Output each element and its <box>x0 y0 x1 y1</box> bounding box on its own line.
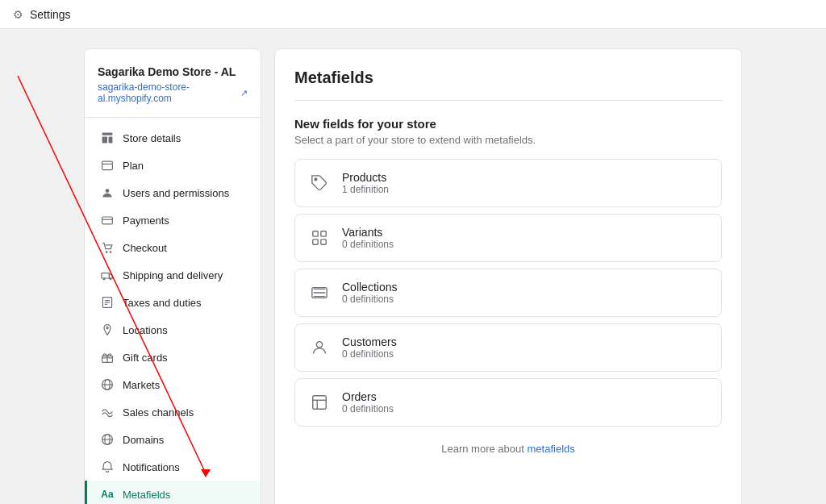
sidebar-item-label: Shipping and delivery <box>123 269 223 281</box>
svg-point-16 <box>106 327 108 328</box>
notifications-icon <box>100 460 115 474</box>
locations-icon <box>100 323 115 337</box>
metafield-item-products[interactable]: Products 1 definition <box>294 159 722 207</box>
svg-point-8 <box>110 252 111 253</box>
svg-rect-32 <box>313 240 318 244</box>
top-bar: ⚙ Settings <box>0 0 826 29</box>
collections-count: 0 definitions <box>342 294 397 305</box>
svg-rect-2 <box>102 161 113 169</box>
sidebar-item-markets[interactable]: Markets <box>85 371 261 398</box>
metafields-icon: Aa <box>100 487 115 502</box>
sidebar-item-label: Domains <box>123 434 164 446</box>
panel-title: Metafields <box>294 69 722 101</box>
sidebar-item-users-permissions[interactable]: Users and permissions <box>85 179 261 206</box>
customers-icon <box>308 336 331 359</box>
collections-icon <box>308 281 331 304</box>
domains-icon <box>100 432 115 447</box>
sidebar-item-plan[interactable]: Plan <box>85 152 261 179</box>
metafield-item-variants[interactable]: Variants 0 definitions <box>294 214 722 262</box>
store-url-text: sagarika-demo-store-al.myshopify.com <box>98 81 237 104</box>
store-details-icon <box>100 131 115 145</box>
sidebar-item-label: Markets <box>123 379 160 391</box>
section-title: New fields for your store <box>294 117 722 131</box>
metafield-item-orders[interactable]: Orders 0 definitions <box>294 378 722 427</box>
products-name: Products <box>342 171 389 184</box>
store-url-link[interactable]: sagarika-demo-store-al.myshopify.com ↗ <box>98 81 248 104</box>
sidebar-item-label: Checkout <box>123 242 167 254</box>
sidebar-item-label: Sales channels <box>123 406 194 419</box>
svg-point-4 <box>106 189 110 193</box>
sidebar-item-gift-cards[interactable]: Gift cards <box>85 344 261 371</box>
svg-point-10 <box>103 278 105 280</box>
section-subtitle: Select a part of your store to extend wi… <box>294 134 722 146</box>
orders-info: Orders 0 definitions <box>342 390 394 414</box>
settings-title: Settings <box>30 8 71 21</box>
shipping-icon <box>100 268 115 282</box>
collections-info: Collections 0 definitions <box>342 281 397 305</box>
sidebar-item-shipping-delivery[interactable]: Shipping and delivery <box>85 261 261 289</box>
products-info: Products 1 definition <box>342 171 389 195</box>
sidebar-item-domains[interactable]: Domains <box>85 426 261 453</box>
section-header: New fields for your store Select a part … <box>294 117 722 146</box>
sidebar-item-label: Store details <box>123 132 181 144</box>
sidebar-item-sales-channels[interactable]: Sales channels <box>85 398 261 426</box>
plan-icon <box>100 158 115 173</box>
sidebar-item-payments[interactable]: Payments <box>85 206 261 234</box>
sidebar-item-label: Plan <box>123 160 144 172</box>
gear-icon[interactable]: ⚙ <box>13 8 23 21</box>
sidebar-item-label: Users and permissions <box>123 187 229 199</box>
main-panel: Metafields New fields for your store Sel… <box>274 48 742 504</box>
svg-point-7 <box>106 252 107 253</box>
sidebar-item-notifications[interactable]: Notifications <box>85 453 261 481</box>
svg-point-35 <box>316 342 322 348</box>
metafields-link[interactable]: metafields <box>528 443 575 455</box>
sidebar-item-label: Locations <box>123 324 168 336</box>
svg-rect-36 <box>313 396 327 410</box>
variants-icon <box>308 227 331 249</box>
learn-more: Learn more about metafields <box>294 443 722 455</box>
sidebar-item-label: Notifications <box>123 461 180 473</box>
customers-info: Customers 0 definitions <box>342 335 397 360</box>
svg-rect-33 <box>321 240 326 244</box>
sidebar-item-metafields[interactable]: Aa Metafields <box>85 481 261 504</box>
sidebar: Sagarika Demo Store - AL sagarika-demo-s… <box>84 48 261 504</box>
variants-info: Variants 0 definitions <box>342 226 394 250</box>
orders-name: Orders <box>342 390 394 403</box>
customers-count: 0 definitions <box>342 348 397 360</box>
sidebar-item-store-details[interactable]: Store details <box>85 124 261 152</box>
svg-point-11 <box>110 278 111 280</box>
orders-icon <box>308 391 331 414</box>
taxes-icon <box>100 295 115 310</box>
sidebar-nav: Store details Plan Users and permissions <box>85 124 261 504</box>
payments-icon <box>100 213 115 227</box>
external-link-icon: ↗ <box>240 88 248 98</box>
sidebar-item-label: Payments <box>123 215 169 227</box>
sidebar-item-taxes-duties[interactable]: Taxes and duties <box>85 289 261 316</box>
checkout-icon <box>100 240 115 255</box>
users-icon <box>100 185 115 200</box>
customers-name: Customers <box>342 335 397 348</box>
variants-count: 0 definitions <box>342 239 394 250</box>
sidebar-item-label: Gift cards <box>123 352 168 364</box>
collections-name: Collections <box>342 281 397 294</box>
products-icon <box>308 172 331 194</box>
metafield-item-customers[interactable]: Customers 0 definitions <box>294 323 722 372</box>
sidebar-item-checkout[interactable]: Checkout <box>85 234 261 261</box>
store-info: Sagarika Demo Store - AL sagarika-demo-s… <box>85 65 261 118</box>
svg-rect-30 <box>313 231 318 236</box>
markets-icon <box>100 377 115 392</box>
gift-cards-icon <box>100 350 115 364</box>
variants-name: Variants <box>342 226 394 239</box>
products-count: 1 definition <box>342 184 389 195</box>
svg-rect-9 <box>102 273 110 278</box>
svg-point-29 <box>315 178 317 181</box>
sidebar-item-label: Metafields <box>123 489 170 501</box>
store-name: Sagarika Demo Store - AL <box>98 65 248 78</box>
learn-more-text: Learn more about <box>441 443 524 455</box>
svg-rect-31 <box>321 231 326 236</box>
svg-rect-5 <box>102 217 113 224</box>
orders-count: 0 definitions <box>342 403 394 414</box>
metafield-item-collections[interactable]: Collections 0 definitions <box>294 269 722 317</box>
sidebar-item-locations[interactable]: Locations <box>85 316 261 344</box>
sales-channels-icon <box>100 405 115 419</box>
